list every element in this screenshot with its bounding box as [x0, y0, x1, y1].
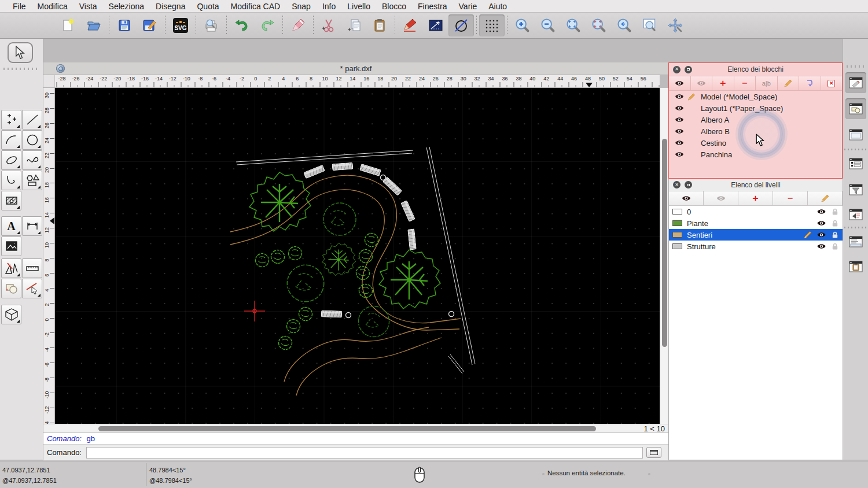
- menu-item[interactable]: Info: [317, 0, 341, 13]
- dock-clipboard-button[interactable]: [845, 256, 866, 277]
- block-name[interactable]: Layout1 (*Paper_Space): [701, 104, 783, 113]
- layer-color-swatch[interactable]: [672, 220, 682, 226]
- menu-item[interactable]: Vista: [73, 0, 103, 13]
- spline-tool-button[interactable]: [22, 150, 42, 170]
- dock-block-list-button[interactable]: [845, 72, 866, 93]
- block-visibility-icon[interactable]: [675, 93, 684, 100]
- layer-row[interactable]: 0: [669, 206, 843, 217]
- layer-row[interactable]: Sentieri: [669, 229, 843, 241]
- paste-button[interactable]: [367, 14, 392, 36]
- dock-layer-list-button[interactable]: [845, 153, 866, 174]
- layers-hide-all-button[interactable]: [704, 191, 738, 205]
- block-visibility-icon[interactable]: [675, 128, 684, 135]
- block-visibility-icon[interactable]: [675, 116, 684, 123]
- cut-button[interactable]: [316, 14, 341, 36]
- copy-button[interactable]: [341, 14, 367, 36]
- blocks-hide-all-button[interactable]: [691, 76, 713, 90]
- save-button[interactable]: [112, 14, 137, 36]
- menu-item[interactable]: Quota: [191, 0, 225, 13]
- layer-color-swatch[interactable]: [672, 232, 682, 238]
- modify-attributes-tool-button[interactable]: [22, 279, 42, 298]
- line-tool-button[interactable]: [22, 110, 42, 130]
- block-visibility-icon[interactable]: [675, 139, 684, 146]
- blocks-panel-float-button[interactable]: [685, 66, 692, 73]
- block-visibility-icon[interactable]: [675, 151, 684, 158]
- command-input[interactable]: [86, 447, 643, 459]
- menu-item[interactable]: Snap: [286, 0, 317, 13]
- drawing-canvas[interactable]: [55, 88, 660, 424]
- menu-item[interactable]: Seleziona: [103, 0, 150, 13]
- layer-lock-icon[interactable]: [831, 220, 839, 227]
- zoom-auto-button[interactable]: [561, 14, 586, 36]
- order-tool-button[interactable]: [1, 279, 21, 298]
- blocks-show-all-button[interactable]: [669, 76, 691, 90]
- menu-item[interactable]: File: [7, 0, 32, 13]
- save-as-button[interactable]: [137, 14, 163, 36]
- block-name[interactable]: Cestino: [701, 139, 726, 147]
- ellipse-tool-button[interactable]: [1, 150, 21, 170]
- vertical-scrollbar[interactable]: [660, 88, 668, 424]
- zoom-pan-button[interactable]: [663, 14, 688, 36]
- layer-visibility-icon[interactable]: [816, 231, 826, 238]
- draw-line-button[interactable]: [423, 14, 448, 36]
- zoom-previous-button[interactable]: [612, 14, 637, 36]
- horizontal-scrollbar[interactable]: 1 < 10: [43, 424, 668, 432]
- layer-lock-icon[interactable]: [831, 208, 839, 216]
- layer-row[interactable]: Piante: [669, 217, 843, 229]
- dock-drag-handle[interactable]: [847, 65, 865, 68]
- layers-edit-button[interactable]: [808, 191, 843, 205]
- layer-color-swatch[interactable]: [672, 209, 682, 215]
- layer-lock-icon[interactable]: [831, 243, 839, 250]
- block-row[interactable]: Layout1 (*Paper_Space): [669, 102, 842, 114]
- block-3d-tool-button[interactable]: [1, 305, 21, 324]
- grid-toggle-button[interactable]: [479, 14, 505, 36]
- block-name[interactable]: Albero A: [701, 116, 729, 124]
- layer-lock-icon[interactable]: [831, 231, 839, 239]
- undo-button[interactable]: [229, 14, 255, 36]
- menu-item[interactable]: Aiuto: [483, 0, 513, 13]
- blocks-delete-button[interactable]: ✕: [821, 76, 843, 90]
- drawing-window-titlebar[interactable]: * park.dxf: [43, 62, 668, 75]
- layers-remove-button[interactable]: −: [773, 191, 808, 205]
- redo-button[interactable]: [255, 14, 280, 36]
- circle-tool-button[interactable]: [22, 130, 42, 150]
- zoom-window-button[interactable]: [637, 14, 663, 36]
- block-name[interactable]: Albero B: [701, 127, 730, 136]
- polygon-tool-button[interactable]: [22, 171, 42, 190]
- block-row[interactable]: Model (*Model_Space): [669, 91, 842, 102]
- horizontal-scrollbar-thumb[interactable]: [98, 426, 596, 431]
- layer-visibility-icon[interactable]: [816, 220, 826, 227]
- blocks-add-button[interactable]: ＋: [712, 76, 734, 90]
- print-preview-button[interactable]: [198, 14, 224, 36]
- zoom-out-button[interactable]: [535, 14, 561, 36]
- block-name[interactable]: Model (*Model_Space): [701, 93, 777, 101]
- menu-item[interactable]: Modifica CAD: [225, 0, 286, 13]
- draw-circle-button[interactable]: [448, 14, 474, 36]
- blocks-panel-close-button[interactable]: ✕: [673, 66, 681, 73]
- menu-item[interactable]: Blocco: [376, 0, 412, 13]
- new-file-button[interactable]: [56, 14, 81, 36]
- dock-layer-filter-button[interactable]: [845, 179, 866, 200]
- open-file-button[interactable]: [81, 14, 106, 36]
- points-tool-button[interactable]: [1, 110, 21, 130]
- text-tool-button[interactable]: A: [1, 216, 21, 236]
- dimension-tool-button[interactable]: [22, 216, 42, 236]
- menu-item[interactable]: Modifica: [32, 0, 73, 13]
- dock-command-line-button[interactable]: [845, 231, 866, 252]
- layer-name[interactable]: 0: [687, 208, 691, 216]
- layer-color-swatch[interactable]: [672, 243, 682, 249]
- image-tool-button[interactable]: [1, 236, 21, 256]
- layer-visibility-icon[interactable]: [816, 243, 826, 250]
- layer-name[interactable]: Strutture: [687, 242, 716, 251]
- dock-library-browser-button[interactable]: [845, 98, 866, 119]
- zoom-in-button[interactable]: [510, 14, 535, 36]
- draw-pencil-button[interactable]: [398, 14, 423, 36]
- blocks-insert-button[interactable]: [799, 76, 821, 90]
- menu-item[interactable]: Varie: [453, 0, 483, 13]
- layer-row[interactable]: Strutture: [669, 241, 843, 252]
- menu-item[interactable]: Finestra: [412, 0, 453, 13]
- measure-tool-button[interactable]: [22, 258, 42, 278]
- export-svg-button[interactable]: SVG: [168, 14, 193, 36]
- blocks-remove-button[interactable]: −: [734, 76, 756, 90]
- blocks-edit-button[interactable]: [778, 76, 800, 90]
